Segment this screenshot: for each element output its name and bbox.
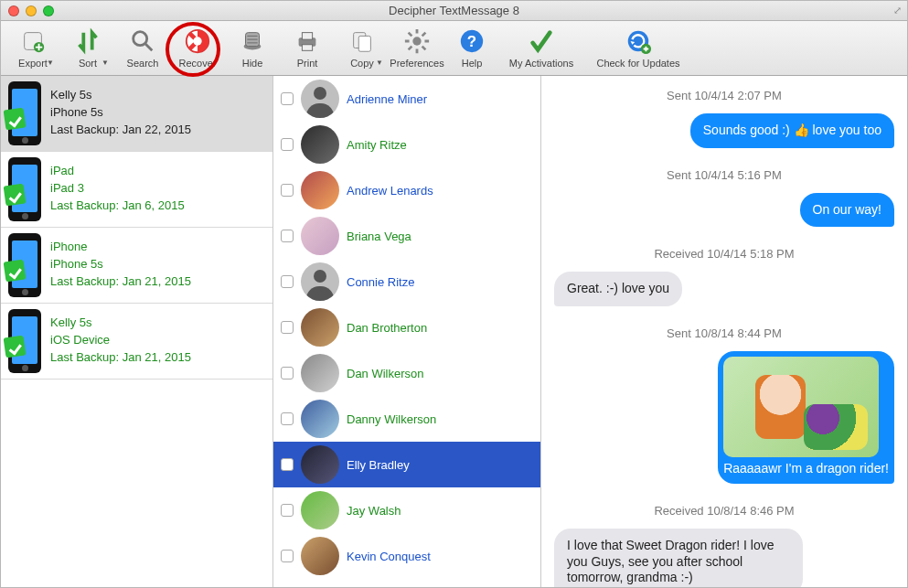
svg-rect-9: [302, 45, 312, 51]
contact-checkbox[interactable]: [281, 92, 294, 105]
sent-message[interactable]: On our way!: [800, 193, 894, 228]
toolbar: Export ▼ Sort ▼ Search Recover Hide Prin…: [1, 21, 907, 76]
message-timestamp: Sent 10/4/14 2:07 PM: [541, 89, 907, 102]
contact-checkbox[interactable]: [281, 412, 294, 425]
device-item[interactable]: Kelly 5s iPhone 5s Last Backup: Jan 22, …: [1, 76, 272, 152]
check-badge-icon: [4, 184, 27, 207]
message-timestamp: Received 10/8/14 8:46 PM: [541, 504, 907, 518]
device-name: Kelly 5s: [50, 87, 191, 104]
check-badge-icon: [4, 260, 27, 283]
contact-checkbox[interactable]: [281, 138, 294, 151]
contact-checkbox[interactable]: [281, 321, 294, 334]
contact-checkbox[interactable]: [281, 184, 294, 197]
contact-name: Briana Vega: [347, 230, 411, 243]
preferences-button[interactable]: Preferences: [390, 27, 443, 69]
toolbar-label: Search: [127, 58, 159, 69]
device-model: iPad 3: [50, 180, 185, 198]
device-model: iPhone 5s: [50, 104, 191, 122]
device-item[interactable]: iPad iPad 3 Last Backup: Jan 6, 2015: [1, 152, 272, 228]
contact-checkbox[interactable]: [281, 458, 294, 471]
toolbar-label: Preferences: [390, 58, 443, 69]
device-model: iPhone 5s: [50, 256, 191, 273]
device-item[interactable]: iPhone iPhone 5s Last Backup: Jan 21, 20…: [1, 228, 272, 304]
svg-rect-8: [302, 33, 312, 40]
avatar: [301, 400, 339, 438]
contact-item[interactable]: Briana Vega: [273, 213, 540, 259]
window-title: Decipher TextMessage 8: [1, 4, 907, 17]
recover-button[interactable]: Recover: [171, 27, 224, 69]
contact-checkbox[interactable]: [281, 550, 294, 562]
contact-list[interactable]: Adrienne Miner Amity Ritze Andrew Lenard…: [273, 76, 541, 587]
export-button[interactable]: Export ▼: [6, 27, 59, 69]
contact-item[interactable]: Dan Brotherton: [273, 305, 540, 350]
sent-message[interactable]: Sounds good :) 👍 love you too: [690, 113, 894, 148]
sort-icon: [74, 27, 101, 55]
copy-icon: [348, 27, 376, 55]
chat-panel[interactable]: Sent 10/4/14 2:07 PMSounds good :) 👍 lov…: [541, 76, 907, 587]
device-name: iPhone: [50, 239, 191, 256]
toolbar-label: Recover: [179, 58, 217, 69]
check-badge-icon: [4, 108, 27, 131]
contact-item[interactable]: Amity Ritze: [273, 122, 540, 167]
contact-item[interactable]: Adrienne Miner: [273, 76, 540, 122]
message-image[interactable]: [723, 357, 879, 457]
contact-item[interactable]: Andrew Lenards: [273, 167, 540, 213]
contact-checkbox[interactable]: [281, 230, 294, 242]
avatar: [301, 354, 339, 392]
updates-button[interactable]: Check for Updates: [584, 27, 692, 69]
message-timestamp: Received 10/4/14 5:18 PM: [541, 247, 907, 261]
contact-item[interactable]: Dan Wilkerson: [273, 350, 540, 396]
search-icon: [129, 27, 156, 55]
device-list: Kelly 5s iPhone 5s Last Backup: Jan 22, …: [1, 76, 273, 587]
contact-item[interactable]: Jay Walsh: [273, 487, 540, 533]
hide-button[interactable]: Hide: [226, 27, 279, 69]
device-name: iPad: [50, 163, 185, 180]
contact-checkbox[interactable]: [281, 275, 294, 288]
contact-name: Amity Ritze: [347, 138, 407, 152]
device-info: iPhone iPhone 5s Last Backup: Jan 21, 20…: [50, 233, 191, 291]
toolbar-label: Check for Updates: [596, 58, 679, 69]
contact-name: Dan Brotherton: [347, 321, 427, 335]
contact-name: Elly Bradley: [347, 458, 410, 472]
contact-item[interactable]: Danny Wilkerson: [273, 396, 540, 442]
svg-point-12: [412, 37, 421, 45]
svg-point-4: [193, 37, 201, 45]
contact-item[interactable]: Kevin Conquest: [273, 533, 540, 579]
received-message[interactable]: Great. :-) love you: [554, 272, 682, 306]
toolbar-label: Export: [18, 58, 48, 69]
contact-checkbox[interactable]: [281, 504, 294, 517]
copy-button[interactable]: Copy ▼: [336, 27, 389, 69]
contact-name: Andrew Lenards: [347, 184, 433, 198]
svg-text:?: ?: [467, 33, 476, 50]
contact-item[interactable]: Elly Bradley: [273, 442, 540, 487]
received-message[interactable]: I love that Sweet Dragon rider! I love y…: [554, 529, 803, 587]
device-info: Kelly 5s iPhone 5s Last Backup: Jan 22, …: [50, 81, 191, 139]
avatar: [301, 80, 339, 118]
chevron-down-icon: ▼: [47, 59, 54, 67]
window-titlebar: Decipher TextMessage 8 ⤢: [1, 1, 907, 21]
avatar: [301, 171, 339, 209]
help-button[interactable]: ? Help: [445, 27, 498, 69]
toolbar-label: My Activations: [509, 58, 573, 69]
preferences-icon: [403, 27, 431, 55]
export-icon: [19, 27, 47, 55]
device-info: Kelly 5s iOS Device Last Backup: Jan 21,…: [50, 309, 191, 367]
toolbar-label: Help: [462, 58, 483, 69]
contact-item[interactable]: Connie Ritze: [273, 259, 540, 305]
device-backup: Last Backup: Jan 21, 2015: [50, 273, 191, 291]
contact-checkbox[interactable]: [281, 367, 294, 380]
message-timestamp: Sent 10/4/14 5:16 PM: [541, 168, 907, 182]
chevron-down-icon: ▼: [376, 59, 383, 67]
chevron-down-icon: ▼: [101, 59, 109, 67]
sent-image-message[interactable]: Raaaaawr I'm a dragon rider!: [718, 351, 894, 485]
print-button[interactable]: Print: [281, 27, 334, 69]
search-button[interactable]: Search: [116, 27, 169, 69]
check-badge-icon: [4, 336, 27, 358]
contact-name: Adrienne Miner: [347, 92, 427, 106]
avatar: [301, 445, 339, 484]
device-item[interactable]: Kelly 5s iOS Device Last Backup: Jan 21,…: [1, 304, 272, 380]
activations-button[interactable]: My Activations: [500, 27, 582, 69]
help-icon: ?: [458, 27, 486, 55]
sort-button[interactable]: Sort ▼: [61, 27, 114, 69]
toolbar-label: Copy: [350, 58, 374, 69]
